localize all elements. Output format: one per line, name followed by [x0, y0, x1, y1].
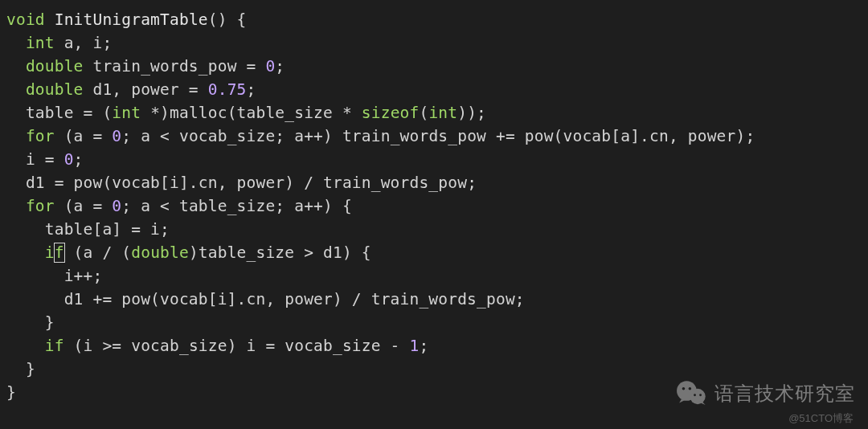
code-token: ;	[247, 80, 256, 99]
code-token: double	[26, 57, 84, 76]
code-token: ;	[419, 337, 428, 355]
code-token: (i >= vocab_size) i = vocab_size -	[64, 337, 410, 355]
code-token: 1	[410, 337, 420, 355]
code-token: InitUnigramTable	[55, 10, 208, 29]
code-token: train_words_pow =	[84, 57, 266, 76]
code-token: ; a < vocab_size; a++) train_words_pow +…	[121, 127, 755, 145]
code-line: void InitUnigramTable() {	[6, 10, 247, 29]
code-line: }	[6, 313, 55, 332]
svg-point-1	[690, 389, 705, 404]
code-token: }	[26, 360, 35, 378]
code-line: d1 = pow(vocab[i].cn, power) / train_wor…	[6, 174, 477, 192]
code-token: *)malloc(table_size *	[141, 104, 362, 122]
code-token: (a =	[55, 127, 113, 145]
code-line: double d1, power = 0.75;	[6, 80, 256, 99]
code-line: int a, i;	[6, 34, 112, 52]
code-token: a, i;	[55, 34, 113, 52]
code-token: f	[54, 243, 65, 263]
watermark: 语言技术研究室	[674, 376, 855, 411]
code-line: for (a = 0; a < table_size; a++) {	[6, 197, 352, 215]
code-token: for	[26, 197, 55, 215]
code-token: table[a] = i;	[45, 220, 170, 239]
code-token: ;	[275, 57, 285, 76]
code-line: i = 0;	[6, 150, 84, 169]
code-token: d1 = pow(vocab[i].cn, power) / train_wor…	[26, 174, 477, 192]
code-token: if	[45, 337, 64, 355]
code-line: i++;	[6, 267, 102, 285]
svg-point-5	[699, 394, 702, 396]
code-token: void	[6, 10, 45, 29]
code-token: for	[26, 127, 55, 145]
code-token: ; a < table_size; a++) {	[121, 197, 352, 215]
code-line: for (a = 0; a < vocab_size; a++) train_w…	[6, 127, 755, 145]
code-token: d1 += pow(vocab[i].cn, power) / train_wo…	[64, 290, 525, 308]
code-token: 0	[265, 57, 275, 76]
code-line: if (i >= vocab_size) i = vocab_size - 1;	[6, 337, 428, 355]
code-line: }	[6, 360, 35, 378]
code-token: double	[131, 243, 189, 262]
code-token: i =	[26, 150, 64, 169]
code-token: 0	[112, 127, 121, 145]
watermark-text: 语言技术研究室	[714, 381, 855, 407]
code-token: table = (	[26, 104, 112, 122]
code-token: ;	[74, 150, 84, 169]
code-token: ));	[457, 104, 486, 122]
svg-point-2	[682, 387, 686, 390]
code-line: if (a / (double)table_size > d1) {	[6, 243, 371, 262]
code-token: double	[26, 80, 84, 99]
watermark-sub: @51CTO博客	[788, 411, 854, 426]
code-token: 0	[64, 150, 74, 169]
code-token: int	[428, 104, 457, 122]
code-line: double train_words_pow = 0;	[6, 57, 285, 76]
code-line: table = (int *)malloc(table_size * sizeo…	[6, 104, 486, 122]
code-token: }	[6, 383, 16, 402]
svg-point-3	[689, 387, 692, 390]
wechat-icon	[674, 376, 710, 411]
code-token: (	[419, 104, 428, 122]
code-token: int	[26, 34, 55, 52]
code-token: 0	[112, 197, 121, 215]
code-token: sizeof	[362, 104, 420, 122]
code-block: void InitUnigramTable() { int a, i; doub…	[0, 0, 868, 412]
code-token: d1, power =	[84, 80, 208, 99]
code-line: table[a] = i;	[6, 220, 170, 239]
code-line: }	[6, 383, 16, 402]
code-token: ()	[208, 10, 227, 29]
code-token: 0.75	[208, 80, 247, 99]
code-token: )table_size > d1) {	[189, 243, 371, 262]
code-token	[45, 10, 55, 29]
code-token: (a / (	[64, 243, 132, 262]
code-token: i++;	[64, 267, 103, 285]
code-token: {	[227, 10, 247, 29]
code-line: d1 += pow(vocab[i].cn, power) / train_wo…	[6, 290, 525, 308]
code-token: int	[112, 104, 141, 122]
code-token: i	[45, 243, 55, 262]
svg-point-4	[694, 394, 696, 396]
code-token: (a =	[55, 197, 113, 215]
code-token: }	[45, 313, 55, 332]
